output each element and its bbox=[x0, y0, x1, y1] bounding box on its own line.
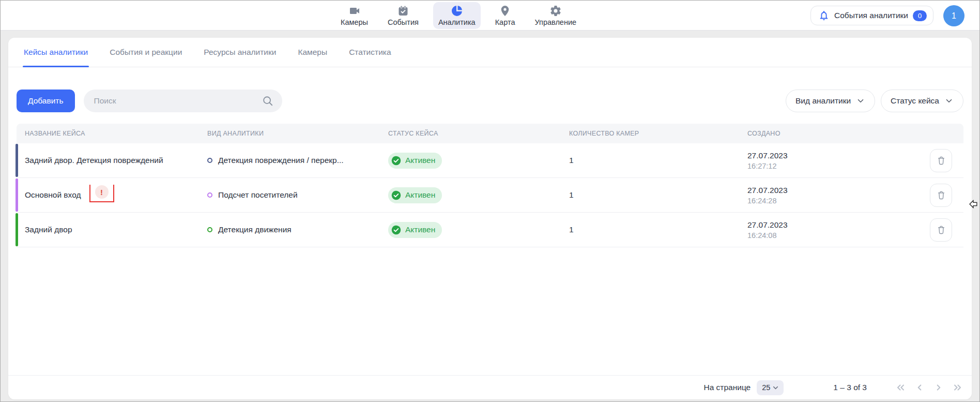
delete-case-button[interactable] bbox=[930, 184, 952, 207]
analytics-type-ring-icon bbox=[207, 192, 212, 198]
add-button[interactable]: Добавить bbox=[17, 90, 75, 112]
created-cell: 27.07.2023 16:27:12 bbox=[737, 151, 915, 170]
analytics-type-label: Детекция повреждения / перекр... bbox=[218, 156, 344, 165]
nav-label: Управление bbox=[534, 18, 576, 26]
column-header-created: СОЗДАНО bbox=[737, 130, 915, 137]
case-status-cell: Активен bbox=[378, 222, 559, 238]
first-page-button[interactable] bbox=[895, 382, 906, 393]
video-camera-icon bbox=[348, 5, 361, 17]
table-row[interactable]: Задний двор ! Детекция движения Активен … bbox=[17, 213, 963, 247]
status-badge: Активен bbox=[388, 187, 442, 203]
camera-count-cell: 1 bbox=[559, 225, 737, 234]
case-name: Основной вход bbox=[25, 190, 81, 200]
case-status-cell: Активен bbox=[378, 153, 559, 169]
analytics-type-label: Детекция движения bbox=[218, 225, 292, 234]
user-avatar[interactable]: 1 bbox=[943, 5, 964, 26]
created-time: 16:24:08 bbox=[747, 231, 915, 240]
case-name-cell: Основной вход ! bbox=[17, 185, 197, 205]
alert-exclamation: ! bbox=[100, 188, 103, 197]
delete-case-button[interactable] bbox=[930, 218, 952, 242]
cases-table: НАЗВАНИЕ КЕЙСА ВИД АНАЛИТИКИ СТАТУС КЕЙС… bbox=[17, 124, 963, 247]
column-header-case-name: НАЗВАНИЕ КЕЙСА bbox=[17, 130, 197, 137]
analytics-type-filter[interactable]: Вид аналитики bbox=[786, 90, 875, 112]
created-time: 16:24:28 bbox=[747, 197, 915, 205]
trash-icon bbox=[936, 225, 946, 235]
last-page-button[interactable] bbox=[952, 382, 963, 393]
analytics-type-ring-icon bbox=[207, 158, 212, 163]
alert-exclamation-icon: ! bbox=[95, 185, 109, 199]
case-name: Задний двор. Детекция повреждений bbox=[25, 156, 163, 165]
chevron-down-icon bbox=[944, 96, 954, 106]
chevron-down-icon bbox=[772, 384, 779, 392]
status-badge-label: Активен bbox=[405, 225, 435, 234]
camera-count: 1 bbox=[569, 156, 574, 165]
analytics-type-cell: Подсчет посетителей bbox=[197, 190, 378, 200]
analytics-type-cell: Детекция повреждения / перекр... bbox=[197, 156, 378, 165]
actions-cell bbox=[915, 149, 963, 172]
row-accent-bar bbox=[16, 178, 18, 212]
actions-cell bbox=[915, 184, 963, 207]
created-date: 27.07.2023 bbox=[747, 151, 915, 160]
check-circle-icon bbox=[391, 155, 402, 166]
main-navigation: Камеры События Аналитика Карта bbox=[335, 1, 581, 31]
status-badge: Активен bbox=[388, 153, 442, 169]
content-card: Кейсы аналитики События и реакции Ресурс… bbox=[8, 38, 972, 399]
map-pin-icon bbox=[499, 5, 511, 17]
nav-label: Камеры bbox=[341, 18, 368, 26]
camera-count-cell: 1 bbox=[559, 190, 737, 200]
table-row[interactable]: Основной вход ! Подсчет посетителей Акти… bbox=[17, 178, 963, 213]
pager-controls bbox=[895, 382, 963, 393]
case-status-filter[interactable]: Статус кейса bbox=[881, 90, 963, 112]
table-row[interactable]: Задний двор. Детекция повреждений ! Дете… bbox=[17, 143, 963, 178]
nav-item-map[interactable]: Карта bbox=[490, 2, 520, 29]
per-page-value: 25 bbox=[762, 383, 770, 392]
delete-case-button[interactable] bbox=[930, 149, 952, 172]
nav-label: Аналитика bbox=[438, 18, 476, 26]
table-header: НАЗВАНИЕ КЕЙСА ВИД АНАЛИТИКИ СТАТУС КЕЙС… bbox=[17, 124, 963, 143]
tab-events-reactions[interactable]: События и реакции bbox=[110, 38, 182, 67]
actions-cell bbox=[915, 218, 963, 242]
tab-statistics[interactable]: Статистика bbox=[349, 38, 391, 67]
nav-item-cameras[interactable]: Камеры bbox=[335, 2, 373, 29]
previous-page-button[interactable] bbox=[914, 382, 925, 393]
analytics-type-cell: Детекция движения bbox=[197, 225, 378, 234]
per-page-label: На странице bbox=[703, 383, 751, 392]
case-name-cell: Задний двор ! bbox=[17, 225, 197, 234]
nav-label: Карта bbox=[495, 18, 515, 26]
gear-icon bbox=[549, 5, 562, 17]
chevron-down-icon bbox=[856, 96, 865, 106]
nav-item-analytics[interactable]: Аналитика bbox=[433, 2, 481, 29]
events-count-badge: 0 bbox=[913, 10, 927, 21]
created-date: 27.07.2023 bbox=[747, 220, 915, 230]
calendar-check-icon bbox=[397, 5, 409, 17]
top-bar: Камеры События Аналитика Карта bbox=[1, 1, 979, 31]
analytics-type-filter-label: Вид аналитики bbox=[795, 96, 851, 106]
camera-count: 1 bbox=[569, 225, 574, 234]
per-page-select[interactable]: 25 bbox=[757, 380, 784, 395]
column-header-camera-count: КОЛИЧЕСТВО КАМЕР bbox=[559, 130, 737, 137]
case-name-cell: Задний двор. Детекция повреждений ! bbox=[17, 156, 197, 165]
next-page-button[interactable] bbox=[933, 382, 944, 393]
bell-icon bbox=[818, 10, 830, 21]
status-badge-label: Активен bbox=[405, 190, 435, 200]
analytics-events-button[interactable]: События аналитики 0 bbox=[810, 6, 933, 25]
nav-item-events[interactable]: События bbox=[382, 2, 424, 29]
trash-icon bbox=[936, 190, 946, 200]
analytics-events-label: События аналитики bbox=[834, 11, 908, 20]
mouse-cursor bbox=[969, 200, 978, 209]
search-icon bbox=[262, 95, 273, 107]
row-accent-bar bbox=[16, 144, 18, 177]
created-cell: 27.07.2023 16:24:28 bbox=[737, 186, 915, 205]
case-status-filter-label: Статус кейса bbox=[891, 96, 939, 106]
tab-bar: Кейсы аналитики События и реакции Ресурс… bbox=[8, 38, 972, 67]
column-header-case-status: СТАТУС КЕЙСА bbox=[378, 130, 559, 137]
camera-count-cell: 1 bbox=[559, 156, 737, 165]
alert-annotation: ! bbox=[89, 185, 114, 202]
search-field bbox=[84, 90, 282, 112]
search-input[interactable] bbox=[84, 90, 282, 112]
nav-item-management[interactable]: Управление bbox=[529, 2, 581, 29]
tab-analytics-cases[interactable]: Кейсы аналитики bbox=[24, 38, 88, 67]
tab-analytics-resources[interactable]: Ресурсы аналитики bbox=[204, 38, 276, 67]
tab-cameras[interactable]: Камеры bbox=[298, 38, 327, 67]
column-header-analytics-type: ВИД АНАЛИТИКИ bbox=[197, 130, 378, 137]
